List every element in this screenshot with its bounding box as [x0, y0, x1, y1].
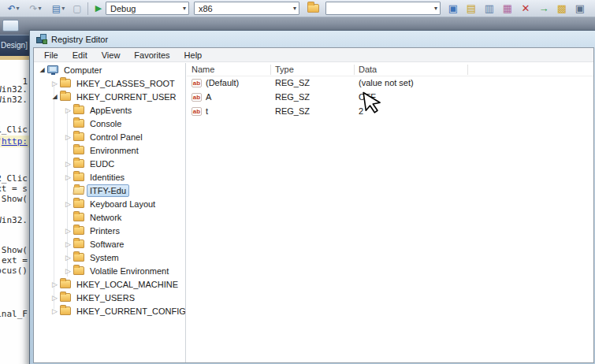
navigate-dropdown-icon[interactable]: ▾ [61, 6, 65, 12]
tree-item-itfy-edu[interactable]: ITFY-Edu [34, 184, 185, 197]
expander-collapsed-icon[interactable]: ▷ [63, 160, 73, 168]
chevron-down-icon[interactable]: ▾ [293, 5, 296, 12]
column-header-type[interactable]: Type [275, 65, 354, 74]
window-title: Registry Editor [51, 35, 108, 44]
tree-item-hkey-local-machine[interactable]: ▷HKEY_LOCAL_MACHINE [34, 277, 185, 291]
start-debug-button[interactable]: ▶ [91, 2, 106, 16]
expander-collapsed-icon[interactable]: ▷ [63, 254, 73, 262]
solution-explorer-icon[interactable]: ▣ [445, 2, 461, 16]
tree-item-control-panel[interactable]: ▷Control Panel [34, 130, 185, 143]
configuration-combo-value: Debug [110, 4, 136, 13]
expander-collapsed-icon[interactable]: ▷ [63, 133, 73, 141]
menu-file[interactable]: File [37, 49, 65, 61]
code-fragment: Win32. [0, 84, 28, 95]
code-hyperlink: http: [2, 136, 28, 147]
redo-dropdown-icon[interactable]: ▾ [39, 6, 42, 12]
floating-window-icon[interactable] [2, 20, 19, 32]
expander-collapsed-icon[interactable]: ▷ [50, 280, 60, 288]
expander-expanded-icon[interactable]: ◢ [50, 93, 60, 100]
column-header-name[interactable]: Name [192, 65, 270, 74]
expander-collapsed-icon[interactable]: ▷ [63, 267, 73, 275]
tree-item-printers[interactable]: ▷Printers [34, 224, 185, 237]
tree-item-network[interactable]: Network [34, 210, 185, 224]
registry-editor-icon [36, 34, 47, 44]
code-editor[interactable]: 1Win32.Win32.1_Clic"http:2_Clicxt = s.Sh… [0, 60, 29, 364]
expander-collapsed-icon[interactable]: ▷ [63, 200, 73, 208]
folder-icon [60, 293, 71, 302]
column-separator[interactable] [270, 65, 271, 75]
tree-item-identities[interactable]: ▷Identities [34, 170, 185, 184]
tree-item-hkey-classes-root[interactable]: ▷HKEY_CLASSES_ROOT [34, 76, 185, 90]
expander-collapsed-icon[interactable]: ▷ [63, 240, 73, 248]
window-content: FileEditViewFavoritesHelp ◢Computer▷HKEY… [33, 47, 594, 363]
tree-item-environment[interactable]: Environment [34, 143, 185, 157]
menu-favorites[interactable]: Favorites [127, 49, 177, 61]
tree-item-hkey-users[interactable]: ▷HKEY_USERS [34, 291, 185, 304]
tree-item-software[interactable]: ▷Software [34, 237, 185, 251]
expander-collapsed-icon[interactable]: ▷ [63, 106, 73, 114]
properties-window-icon[interactable]: ▤ [463, 2, 479, 16]
delete-icon[interactable]: ✕ [518, 2, 534, 16]
registry-editor-window[interactable]: Registry Editor FileEditViewFavoritesHel… [29, 30, 595, 364]
toolbox-icon[interactable]: ▥ [482, 2, 497, 16]
window-layout-button[interactable]: ▢ [70, 2, 84, 16]
tree-item-label: Volatile Environment [87, 265, 172, 277]
open-file-button[interactable] [303, 2, 322, 16]
expander-expanded-icon[interactable]: ◢ [37, 66, 47, 73]
tree-item-appevents[interactable]: ▷AppEvents [34, 103, 185, 117]
tree-item-hkey-current-user[interactable]: ◢HKEY_CURRENT_USER [34, 90, 185, 103]
run-external-icon[interactable]: → [536, 2, 552, 16]
tab-design[interactable]: Design] [0, 35, 29, 56]
menu-view[interactable]: View [95, 49, 128, 61]
computer-icon [47, 65, 58, 73]
vs-toolbar: ↶▾ ↷▾ ▤▾ ▢ ▶ Debug ▾ x86 ▾ ▾ ▣▤▥▦✕→▩▣ [0, 0, 595, 17]
column-separator[interactable] [467, 65, 468, 75]
tree-item-computer[interactable]: ◢Computer [34, 63, 185, 76]
registry-tree-pane[interactable]: ◢Computer▷HKEY_CLASSES_ROOT◢HKEY_CURRENT… [34, 63, 186, 362]
tree-item-volatile-environment[interactable]: ▷Volatile Environment [34, 264, 185, 277]
expander-collapsed-icon[interactable]: ▷ [63, 227, 73, 235]
command-window-icon[interactable]: ▣ [572, 2, 588, 16]
registry-value-row[interactable]: abtREG_SZ2 [187, 105, 593, 119]
chevron-down-icon[interactable]: ▾ [434, 5, 437, 12]
menu-edit[interactable]: Edit [65, 49, 95, 61]
code-fragment: xt = s [0, 184, 28, 194]
tree-item-eudc[interactable]: ▷EUDC [34, 157, 185, 170]
platform-combo[interactable]: x86 ▾ [194, 2, 299, 15]
configuration-combo[interactable]: Debug ▾ [106, 2, 189, 15]
folder-icon [60, 306, 71, 315]
registry-value-row[interactable]: abAREG_SZOFF [187, 91, 593, 105]
find-combo[interactable]: ▾ [325, 2, 441, 15]
tree-item-label: HKEY_LOCAL_MACHINE [73, 278, 181, 291]
folder-icon [60, 92, 71, 101]
chevron-down-icon[interactable]: ▾ [183, 5, 186, 12]
expander-collapsed-icon[interactable]: ▷ [50, 307, 60, 315]
tree-item-label: Identities [87, 171, 128, 184]
expander-collapsed-icon[interactable]: ▷ [50, 80, 60, 87]
redo-button[interactable]: ↷▾ [24, 2, 46, 16]
registry-value-pane[interactable]: Name Type Data ab(Default)REG_SZ(value n… [187, 63, 593, 362]
undo-dropdown-icon[interactable]: ▾ [17, 6, 20, 12]
tree-item-console[interactable]: Console [34, 117, 185, 130]
titlebar[interactable]: Registry Editor [30, 31, 595, 47]
menu-help[interactable]: Help [177, 49, 210, 61]
code-fragment: 2_Clic [0, 173, 28, 184]
expander-collapsed-icon[interactable]: ▷ [63, 173, 73, 181]
value-type: REG_SZ [275, 92, 354, 102]
window-layout-icon: ▢ [73, 4, 81, 13]
registry-value-row[interactable]: ab(Default)REG_SZ(value not set) [187, 76, 593, 91]
column-header-data[interactable]: Data [359, 65, 540, 74]
tree-item-hkey-current-config[interactable]: ▷HKEY_CURRENT_CONFIG [34, 304, 185, 318]
folder-icon [73, 240, 84, 248]
lock-icon[interactable]: ▩ [554, 2, 570, 16]
expander-collapsed-icon[interactable]: ▷ [50, 294, 60, 302]
undo-button[interactable]: ↶▾ [2, 2, 24, 16]
navigate-button[interactable]: ▤▾ [46, 2, 70, 16]
tree-item-keyboard-layout[interactable]: ▷Keyboard Layout [34, 197, 185, 210]
regedit-menubar: FileEditViewFavoritesHelp [34, 48, 593, 62]
tree-item-system[interactable]: ▷System [34, 251, 185, 264]
code-fragment: Win32. [0, 215, 28, 225]
column-separator[interactable] [354, 65, 355, 75]
tree-item-label: HKEY_CURRENT_CONFIG [73, 305, 186, 318]
designer-icon[interactable]: ▦ [500, 2, 515, 16]
